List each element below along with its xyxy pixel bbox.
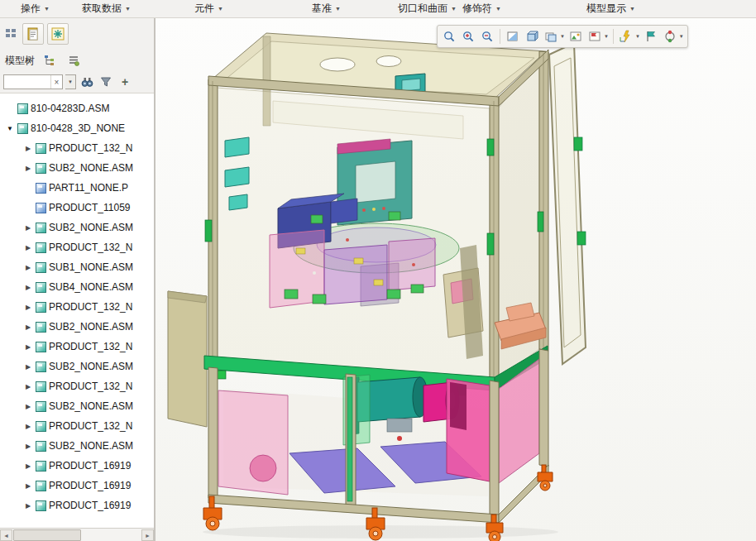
tree-item-sub4-none-asm[interactable]: ▶SUB4_NONE.ASM: [0, 277, 154, 297]
assembly-icon: [36, 223, 46, 233]
expander-icon[interactable]: ▶: [23, 383, 33, 390]
tree-item-product-132-n[interactable]: ▶PRODUCT_132_N: [0, 237, 154, 257]
tree-item-sub2-none-asm[interactable]: ▶SUB2_NONE.ASM: [0, 158, 154, 178]
navigator-toggle-button[interactable]: [2, 26, 19, 42]
expand-all-button[interactable]: +: [117, 74, 133, 90]
expander-icon[interactable]: ▶: [23, 482, 33, 490]
tree-item-product-16919[interactable]: ▶PRODUCT_16919: [0, 476, 154, 496]
model-tree-panel: 模型树 × ▼: [0, 18, 154, 541]
tree-item-label: 810-04283D.ASM: [31, 103, 109, 114]
search-input[interactable]: [4, 75, 50, 89]
tree-item-sub2-none-asm[interactable]: ▶SUB2_NONE.ASM: [0, 357, 154, 376]
expander-icon[interactable]: ▼: [5, 125, 15, 132]
expander-icon[interactable]: ▶: [23, 423, 33, 430]
display-shaded-button[interactable]: [523, 27, 541, 45]
regenerate-button[interactable]: [47, 23, 69, 45]
tree-item-product-132-n[interactable]: ▶PRODUCT_132_N: [0, 337, 154, 357]
zoom-out-icon: [481, 30, 494, 43]
quick-access-bar: [0, 18, 154, 50]
refit-button[interactable]: [504, 27, 522, 45]
expander-icon[interactable]: ▶: [23, 145, 33, 152]
part-icon: [36, 183, 46, 194]
expander-icon[interactable]: ▶: [23, 165, 33, 172]
menu-item-cut-and-surface[interactable]: 切口和曲面▼: [394, 0, 461, 17]
tree-item-product-132-n[interactable]: ▶PRODUCT_132_N: [0, 376, 154, 396]
tree-item-product-132-n[interactable]: ▶PRODUCT_132_N: [0, 138, 154, 158]
scroll-right-icon[interactable]: ►: [141, 529, 154, 541]
chevron-down-icon: ▼: [125, 6, 131, 12]
panel-splitter[interactable]: [154, 18, 156, 541]
tree-item-label: PRODUCT_16919: [49, 500, 131, 511]
search-dropdown-button[interactable]: ▼: [65, 74, 76, 89]
expander-icon[interactable]: ▶: [23, 323, 33, 331]
tree-item-label: SUB2_NONE.ASM: [49, 361, 133, 372]
tree-item-sub1-none-asm[interactable]: ▶SUB1_NONE.ASM: [0, 257, 154, 277]
side-panel[interactable]: [168, 291, 207, 427]
expander-icon[interactable]: ▶: [23, 363, 33, 371]
expander-icon[interactable]: ▶: [23, 304, 33, 311]
annotation-display-icon: [644, 30, 658, 43]
panel-title: 模型树: [5, 54, 35, 68]
assembly-icon: [36, 143, 46, 154]
tree-item-label: PRODUCT_132_N: [49, 420, 132, 432]
tree-item-product-132-n[interactable]: ▶PRODUCT_132_N: [0, 297, 154, 317]
zoom-in-button[interactable]: [459, 27, 477, 45]
expander-icon[interactable]: ▶: [23, 403, 33, 410]
model-tree-list: 810-04283D.ASM▼810-0428_3D_NONE▶PRODUCT_…: [0, 93, 154, 528]
scroll-left-icon[interactable]: ◄: [0, 529, 12, 541]
filter-button[interactable]: [98, 74, 114, 90]
expander-icon[interactable]: ▶: [23, 244, 33, 251]
tree-item-product-16919[interactable]: ▶PRODUCT_16919: [0, 496, 154, 515]
tree-item-sub2-none-asm[interactable]: ▶SUB2_NONE.ASM: [0, 317, 154, 337]
tree-item-sub2-none-asm[interactable]: ▶SUB2_NONE.ASM: [0, 218, 154, 237]
find-button[interactable]: [79, 74, 95, 90]
open-door[interactable]: [549, 36, 586, 364]
menu-item-datum[interactable]: 基准▼: [308, 0, 345, 17]
clear-search-icon[interactable]: ×: [50, 75, 62, 89]
tree-item-product-132-n[interactable]: ▶PRODUCT_132_N: [0, 416, 154, 436]
assembly-icon: [36, 322, 46, 333]
datum-display-filter-button[interactable]: [617, 27, 635, 45]
menu-item-component[interactable]: 元件▼: [190, 0, 227, 17]
saved-views-button[interactable]: [567, 27, 585, 45]
zoom-out-button[interactable]: [478, 27, 496, 45]
menu-item-operations[interactable]: 操作▼: [17, 0, 54, 17]
navigator-grid-icon: [4, 27, 17, 41]
menu-label: 获取数据: [82, 2, 122, 16]
expander-icon[interactable]: ▶: [23, 284, 33, 291]
zoom-region-button[interactable]: [440, 27, 458, 45]
paste-button[interactable]: [22, 23, 44, 45]
assembly-icon: [36, 461, 46, 472]
horizontal-scrollbar[interactable]: ◄ ►: [0, 528, 154, 541]
menu-item-model-display[interactable]: 模型显示▼: [582, 0, 639, 17]
expander-icon[interactable]: ▶: [23, 343, 33, 351]
expander-icon[interactable]: ▶: [23, 264, 33, 271]
expander-icon[interactable]: ▶: [23, 443, 33, 450]
tree-item-label: SUB2_NONE.ASM: [49, 222, 133, 233]
assembly-icon: [36, 163, 46, 174]
menu-item-get-data[interactable]: 获取数据▼: [78, 0, 135, 17]
menu-item-decorate[interactable]: 修饰符▼: [458, 0, 505, 17]
datum-display-filter-icon: [620, 30, 633, 43]
tree-item-sub2-none-asm[interactable]: ▶SUB2_NONE.ASM: [0, 396, 154, 416]
annotation-display-button[interactable]: [642, 27, 660, 45]
tree-item-product-11059[interactable]: PRODUCT_11059: [0, 198, 154, 218]
tree-item-810-0428-3d-none[interactable]: ▼810-0428_3D_NONE: [0, 118, 154, 138]
tree-filters-button[interactable]: [65, 52, 84, 69]
tree-item-product-16919[interactable]: ▶PRODUCT_16919: [0, 456, 154, 476]
tree-item-label: SUB2_NONE.ASM: [49, 321, 133, 333]
tree-item-label: PRODUCT_132_N: [49, 301, 132, 313]
scrollbar-thumb[interactable]: [13, 529, 81, 541]
tree-columns-button[interactable]: [41, 52, 60, 69]
tree-item-810-04283d-asm[interactable]: 810-04283D.ASM: [0, 98, 154, 118]
binoculars-icon: [80, 75, 94, 89]
tree-item-label: PRODUCT_16919: [49, 480, 131, 491]
display-style-button[interactable]: [542, 27, 560, 45]
expander-icon[interactable]: ▶: [23, 462, 33, 470]
view-images-button[interactable]: [586, 27, 604, 45]
tree-item-part11-none-p[interactable]: PART11_NONE.P: [0, 178, 154, 198]
tree-item-sub2-none-asm[interactable]: ▶SUB2_NONE.ASM: [0, 436, 154, 456]
expander-icon[interactable]: ▶: [23, 224, 33, 232]
expander-icon[interactable]: ▶: [23, 502, 33, 510]
spin-center-button[interactable]: [661, 27, 679, 45]
